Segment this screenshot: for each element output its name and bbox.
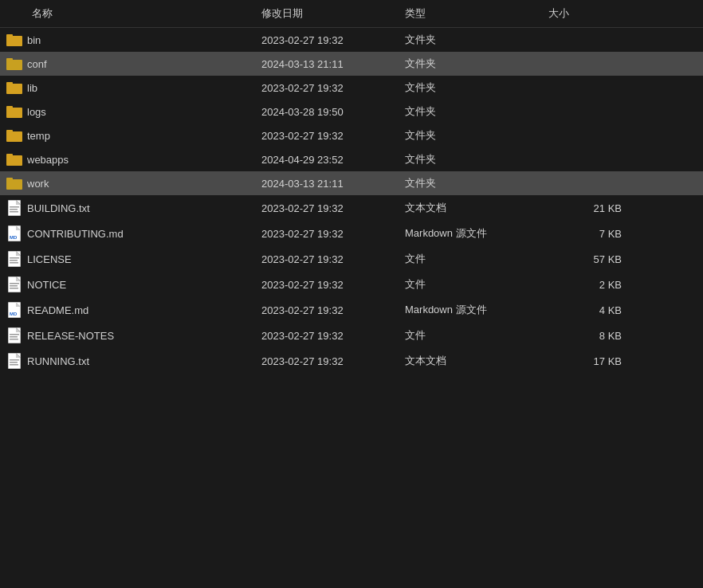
file-icon [6, 251, 22, 267]
folder-icon [6, 177, 22, 190]
list-item[interactable]: LICENSE2023-02-27 19:32文件57 KB [0, 246, 703, 272]
file-type: 文本文档 [399, 351, 542, 371]
svg-rect-13 [6, 178, 13, 181]
item-name: bin [27, 34, 41, 46]
modified-date: 2023-02-27 19:32 [255, 352, 399, 370]
file-type: 文件夹 [399, 101, 542, 122]
svg-text:MD: MD [10, 312, 18, 316]
item-name: webapps [27, 154, 69, 166]
item-name: logs [27, 106, 46, 118]
file-icon [6, 200, 22, 216]
item-name: conf [27, 58, 47, 70]
item-name: lib [27, 82, 37, 94]
file-size: 7 KB [542, 225, 638, 243]
svg-rect-50 [8, 353, 21, 369]
list-item[interactable]: RELEASE-NOTES2023-02-27 19:32文件8 KB [0, 323, 703, 348]
svg-rect-30 [10, 260, 18, 261]
modified-date: 2023-02-27 19:32 [255, 327, 399, 345]
file-size [542, 37, 638, 43]
folder-icon [6, 81, 22, 94]
item-name: README.md [27, 304, 88, 316]
file-size: 17 KB [542, 352, 638, 370]
svg-rect-37 [10, 285, 18, 287]
file-size: 2 KB [542, 276, 638, 294]
file-type: 文件夹 [399, 29, 542, 50]
svg-rect-14 [8, 200, 21, 216]
svg-rect-11 [6, 154, 13, 157]
file-icon: MD [6, 302, 22, 318]
list-item[interactable]: bin2023-02-27 19:32文件夹 [0, 28, 703, 52]
svg-rect-1 [6, 34, 13, 37]
folder-icon [6, 105, 22, 118]
file-type: Markdown 源文件 [399, 223, 542, 244]
list-item[interactable]: logs2024-03-28 19:50文件夹 [0, 100, 703, 123]
folder-icon [6, 57, 22, 70]
list-item[interactable]: MD README.md2023-02-27 19:32Markdown 源文件… [0, 297, 703, 323]
list-item[interactable]: conf2024-03-13 21:11文件夹 [0, 52, 703, 76]
file-type: 文件夹 [399, 77, 542, 98]
file-size [542, 108, 638, 115]
file-type: 文本文档 [399, 198, 542, 218]
type-header[interactable]: 类型 [399, 3, 542, 24]
list-item[interactable]: NOTICE2023-02-27 19:32文件2 KB [0, 272, 703, 297]
column-headers: 名称 修改日期 类型 大小 [0, 0, 703, 28]
modified-date: 2023-02-27 19:32 [255, 127, 399, 145]
svg-rect-29 [10, 257, 19, 259]
svg-rect-25 [8, 251, 21, 267]
file-type: 文件夹 [399, 125, 542, 146]
file-type: 文件 [399, 325, 542, 346]
file-size [542, 156, 638, 163]
size-header[interactable]: 大小 [542, 3, 638, 24]
list-item[interactable]: work2024-03-13 21:11文件夹 [0, 171, 703, 195]
file-type: Markdown 源文件 [399, 300, 542, 320]
svg-rect-9 [6, 130, 13, 133]
modified-header[interactable]: 修改日期 [255, 3, 399, 24]
item-name: RUNNING.txt [27, 355, 89, 367]
item-name: CONTRIBUTING.md [27, 228, 124, 240]
list-item[interactable]: RUNNING.txt2023-02-27 19:32文本文档17 KB [0, 348, 703, 374]
svg-rect-36 [10, 283, 19, 284]
file-manager: 名称 修改日期 类型 大小 bin2023-02-27 19:32文件夹 con… [0, 0, 703, 374]
modified-date: 2023-02-27 19:32 [255, 31, 399, 49]
svg-rect-5 [6, 82, 13, 85]
file-icon [6, 327, 22, 343]
file-type: 文件 [399, 249, 542, 269]
svg-rect-3 [6, 58, 13, 61]
modified-date: 2023-02-27 19:32 [255, 301, 399, 319]
modified-date: 2023-02-27 19:32 [255, 225, 399, 243]
name-header[interactable]: 名称 [0, 3, 255, 24]
list-item[interactable]: MD CONTRIBUTING.md2023-02-27 19:32Markdo… [0, 221, 703, 246]
svg-rect-18 [10, 206, 19, 208]
file-icon: MD [6, 225, 22, 241]
item-name: temp [27, 130, 50, 142]
modified-date: 2023-02-27 19:32 [255, 79, 399, 97]
list-item[interactable]: temp2023-02-27 19:32文件夹 [0, 123, 703, 147]
modified-date: 2023-02-27 19:32 [255, 199, 399, 218]
svg-rect-20 [10, 211, 18, 213]
list-item[interactable]: webapps2024-04-29 23:52文件夹 [0, 147, 703, 171]
item-name: LICENSE [27, 253, 72, 265]
svg-rect-38 [10, 288, 18, 289]
svg-rect-31 [10, 262, 18, 264]
file-list: bin2023-02-27 19:32文件夹 conf2024-03-13 21… [0, 28, 703, 374]
modified-date: 2024-04-29 23:52 [255, 151, 399, 169]
modified-date: 2024-03-13 21:11 [255, 174, 399, 193]
item-name: NOTICE [27, 279, 66, 291]
file-type: 文件夹 [399, 173, 542, 194]
svg-rect-55 [10, 362, 18, 363]
modified-date: 2023-02-27 19:32 [255, 250, 399, 269]
list-item[interactable]: lib2023-02-27 19:32文件夹 [0, 76, 703, 100]
file-size: 21 KB [542, 199, 638, 218]
file-type: 文件夹 [399, 53, 542, 74]
svg-rect-7 [6, 106, 13, 109]
item-name: BUILDING.txt [27, 202, 90, 214]
modified-date: 2024-03-13 21:11 [255, 55, 399, 73]
svg-rect-47 [10, 334, 19, 335]
item-name: RELEASE-NOTES [27, 330, 114, 342]
list-item[interactable]: BUILDING.txt2023-02-27 19:32文本文档21 KB [0, 195, 703, 221]
svg-rect-49 [10, 339, 18, 340]
file-size [542, 84, 638, 91]
file-size [542, 61, 638, 67]
folder-icon [6, 33, 22, 46]
file-size: 57 KB [542, 250, 638, 269]
